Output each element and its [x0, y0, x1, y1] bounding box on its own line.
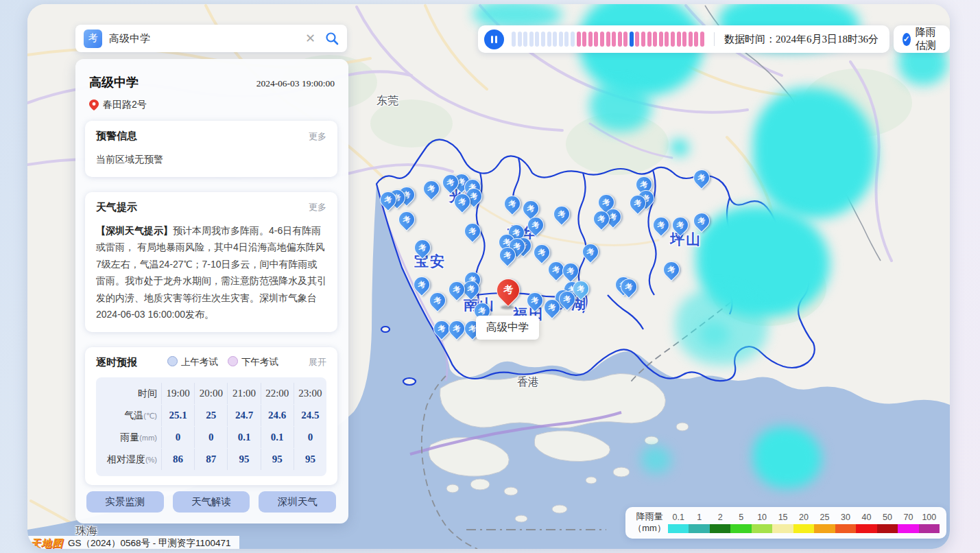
legend-stop: 100 — [919, 513, 940, 533]
timeline-segment[interactable] — [623, 32, 628, 47]
timeline-segment[interactable] — [541, 32, 545, 47]
map-label-香港: 香港 — [517, 375, 539, 390]
timeline-scrubber[interactable] — [512, 32, 704, 47]
legend-stop: 20 — [793, 513, 814, 533]
row-label: 雨量(mm) — [96, 427, 161, 449]
action-button-深圳天气[interactable]: 深圳天气 — [259, 491, 336, 513]
timeline-segment[interactable] — [547, 32, 551, 47]
timeline-segment[interactable] — [606, 32, 610, 47]
timeline-segment[interactable] — [612, 32, 616, 47]
rainfall-legend-title: 降雨量 （mm） — [631, 511, 668, 534]
map-attribution: 天地图 GS（2024）0568号 - 甲测资字1100471 — [27, 536, 239, 549]
timeline-segment[interactable] — [535, 32, 539, 47]
timeline-segment[interactable] — [594, 32, 598, 47]
timeline-segment[interactable] — [689, 32, 693, 47]
timeline-segment[interactable] — [653, 32, 657, 47]
table-cell: 0 — [194, 427, 227, 448]
legend-stop: 15 — [772, 513, 793, 533]
timeline-segment[interactable] — [694, 32, 698, 47]
action-button-实景监测[interactable]: 实景监测 — [86, 491, 164, 513]
row-label: 气温(℃) — [96, 405, 161, 427]
legend-stop: 2 — [710, 513, 730, 533]
timeline-segment[interactable] — [559, 32, 563, 47]
tips-title: 天气提示 — [96, 201, 137, 214]
legend-stop: 40 — [856, 513, 876, 533]
table-cell: 86 — [161, 449, 194, 470]
row-label: 时间 — [96, 383, 161, 405]
selected-school-tooltip: 高级中学 — [476, 316, 539, 340]
map-label-东莞: 东莞 — [377, 94, 398, 108]
rainfall-legend: 降雨量 （mm） 0.11251015202530405070100 — [625, 507, 946, 539]
timeline-segment[interactable] — [577, 32, 581, 47]
search-bar: 考 高级中学 ✕ — [75, 25, 347, 52]
timeline-segment[interactable] — [682, 32, 686, 47]
legend-stop: 1 — [689, 513, 709, 533]
check-icon[interactable]: ✓ — [903, 33, 911, 46]
timeline-segment[interactable] — [582, 32, 586, 47]
timeline-segment[interactable] — [641, 32, 645, 47]
table-cell: 25.1 — [161, 405, 194, 426]
timeline-segment[interactable] — [553, 32, 557, 47]
table-cell: 95 — [294, 449, 326, 470]
timeline-segment[interactable] — [618, 32, 622, 47]
timeline-segment[interactable] — [512, 32, 516, 47]
legend-stop: 25 — [814, 513, 835, 533]
expand-link[interactable]: 展开 — [309, 356, 326, 368]
divider — [714, 32, 715, 46]
timeline-segment[interactable] — [677, 32, 681, 47]
timeline-segment[interactable] — [630, 32, 634, 47]
warning-content: 当前区域无预警 — [96, 151, 326, 168]
table-cell: 24.7 — [227, 405, 260, 426]
weather-tips-card: 天气提示 更多 【深圳天气提示】预计本周我市多阵雨。4-6日有阵雨或雷雨， 有局… — [85, 192, 337, 332]
timeline-segment[interactable] — [600, 32, 604, 47]
search-input[interactable]: 高级中学 — [109, 32, 305, 45]
rain-estimate-label: 降雨估测 — [916, 26, 941, 52]
rain-estimate-toggle[interactable]: ✓ 降雨估测 — [894, 25, 950, 53]
clear-icon[interactable]: ✕ — [305, 31, 315, 46]
location-pin-icon — [89, 99, 99, 110]
search-icon[interactable] — [325, 32, 339, 45]
license-text: GS（2024）0568号 - 甲测资字1100471 — [68, 537, 231, 549]
school-address: 春田路2号 — [103, 99, 147, 111]
timeline-segment[interactable] — [564, 32, 569, 47]
tips-more-link[interactable]: 更多 — [309, 201, 326, 213]
timeline-segment[interactable] — [671, 32, 675, 47]
legend-stop: 5 — [730, 513, 751, 533]
session-color-icon — [228, 356, 238, 366]
exam-session-chip: 上午考试 — [167, 356, 218, 368]
hourly-forecast-card: 逐时预报 上午考试下午考试 展开 时间19:0020:0021:0022:002… — [85, 347, 337, 485]
timeline-segment[interactable] — [523, 32, 527, 47]
legend-stop: 30 — [835, 513, 856, 533]
timeline-segment[interactable] — [529, 32, 534, 47]
rainfall-color-scale: 0.11251015202530405070100 — [668, 513, 940, 533]
timeline-segment[interactable] — [647, 32, 652, 47]
timeline-segment[interactable] — [700, 32, 704, 47]
tianditu-logo: 天地图 — [30, 537, 63, 550]
forecast-timestamp: 2024-06-03 19:00:00 — [256, 78, 335, 89]
table-row: 雨量(mm)000.10.10 — [96, 427, 326, 449]
pause-button[interactable] — [484, 30, 504, 49]
legend-stop: 10 — [752, 513, 772, 533]
timeline-segment[interactable] — [659, 32, 663, 47]
warning-card: 预警信息 更多 当前区域无预警 — [85, 121, 337, 177]
data-time-label: 数据时间：2024年6月3日18时36分 — [724, 33, 879, 46]
map-container: 东莞香港珠海光明龙华宝安坪山南山福田罗湖 考考考考考考考考考考考考考考考考考考考… — [27, 4, 950, 549]
timeline-segment[interactable] — [635, 32, 639, 47]
timeline-segment[interactable] — [665, 32, 669, 47]
hourly-table: 时间19:0020:0021:0022:0023:00气温(℃)25.12524… — [96, 377, 326, 476]
panel-buttons: 实景监测天气解读深圳天气 — [85, 491, 337, 513]
timeline-segment[interactable] — [571, 32, 575, 47]
table-row: 相对湿度(%)8687959595 — [96, 449, 326, 471]
timeline-segment[interactable] — [518, 32, 522, 47]
table-cell: 23:00 — [294, 383, 326, 404]
timeline-segment[interactable] — [588, 32, 593, 47]
table-cell: 95 — [261, 449, 294, 470]
table-cell: 0.1 — [227, 427, 260, 448]
table-cell: 87 — [194, 449, 227, 470]
exam-session-legend: 上午考试下午考试 — [167, 356, 278, 368]
warning-title: 预警信息 — [96, 130, 137, 143]
session-color-icon — [167, 356, 178, 366]
action-button-天气解读[interactable]: 天气解读 — [173, 491, 250, 513]
table-cell: 0.1 — [261, 427, 294, 448]
warning-more-link[interactable]: 更多 — [309, 130, 326, 143]
